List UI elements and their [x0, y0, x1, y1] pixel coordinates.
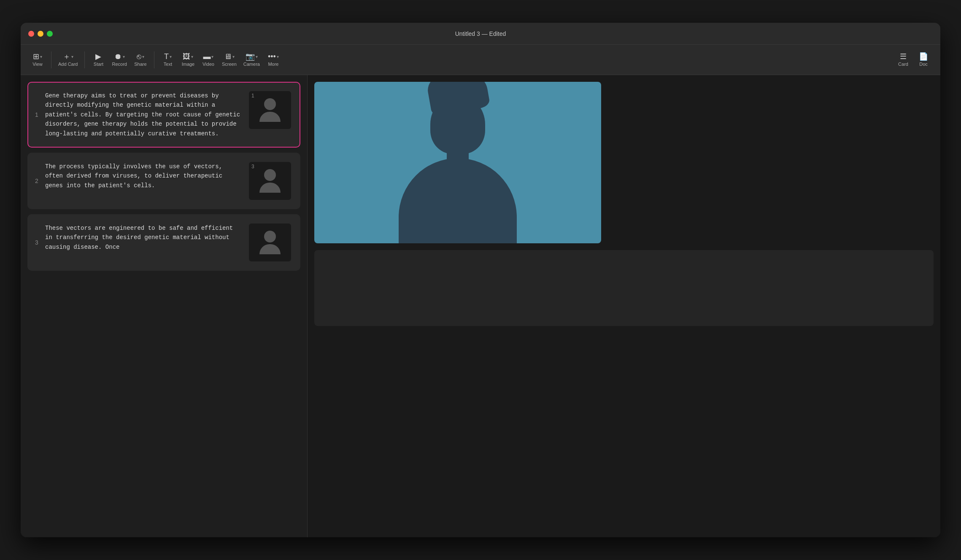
card-avatar-2: 3: [249, 162, 291, 200]
share-button[interactable]: ⎋ ▾ Share: [130, 51, 151, 68]
avatar-head-3: [264, 231, 276, 242]
app-window: Untitled 3 — Edited ⊞ ▾ View ＋ ▾ Add Car…: [21, 23, 940, 537]
view-chevron-icon: ▾: [40, 54, 42, 59]
more-icon: •••: [268, 53, 276, 60]
separator-3: [154, 51, 154, 68]
empty-preview-area: [314, 250, 934, 326]
start-button[interactable]: ▶ Start: [88, 51, 108, 68]
text-label: Text: [164, 62, 172, 67]
card-number-3: 3: [35, 239, 38, 246]
screen-label: Screen: [222, 62, 237, 67]
card-text-1: Gene therapy aims to treat or prevent di…: [45, 91, 242, 138]
text-chevron-icon: ▾: [170, 54, 172, 59]
text-button[interactable]: T ▾ Text: [158, 51, 178, 68]
minimize-button[interactable]: [38, 31, 43, 37]
camera-button[interactable]: 📷 ▾ Camera: [240, 51, 263, 68]
video-chevron-icon: ▾: [211, 54, 213, 59]
avatar-number-1: 1: [251, 93, 254, 99]
avatar-body-2: [259, 183, 281, 193]
add-chevron-icon: ▾: [71, 54, 73, 59]
camera-icon: 📷: [246, 53, 255, 60]
avatar-silhouette-2: [259, 169, 281, 193]
camera-label: Camera: [243, 62, 260, 67]
main-content: 1 Gene therapy aims to treat or prevent …: [21, 75, 940, 537]
avatar-silhouette-3: [259, 231, 281, 254]
preview-silhouette: [386, 82, 529, 243]
separator-1: [51, 51, 51, 68]
start-label: Start: [94, 62, 103, 67]
image-chevron-icon: ▾: [191, 54, 193, 59]
titlebar: Untitled 3 — Edited: [21, 23, 940, 45]
share-icon: ⎋: [137, 53, 141, 60]
play-icon: ▶: [95, 53, 101, 60]
add-card-label: Add Card: [58, 62, 78, 67]
add-icon: ＋: [63, 53, 70, 60]
avatar-body-3: [259, 244, 281, 254]
preview-card[interactable]: [314, 82, 601, 243]
record-icon: ⏺: [114, 53, 122, 60]
maximize-button[interactable]: [47, 31, 53, 37]
view-icon: ⊞: [33, 53, 39, 60]
card-text-2: The process typically involves the use o…: [45, 162, 242, 190]
sil-body: [399, 158, 517, 243]
card-icon: ☰: [900, 53, 907, 60]
card-view-button[interactable]: ☰ Card: [893, 51, 913, 68]
preview-panel: [308, 75, 940, 537]
separator-2: [84, 51, 85, 68]
avatar-head-2: [264, 169, 276, 181]
view-label: View: [32, 62, 43, 67]
share-chevron-icon: ▾: [142, 54, 144, 59]
card-avatar-3: [249, 223, 291, 261]
card-label: Card: [898, 62, 908, 67]
image-label: Image: [182, 62, 195, 67]
share-label: Share: [134, 62, 146, 67]
card-text-3: These vectors are engineered to be safe …: [45, 223, 242, 252]
image-icon: 🖼: [183, 53, 190, 60]
card-item-2[interactable]: 2 The process typically involves the use…: [27, 153, 300, 209]
more-label: More: [268, 62, 278, 67]
doc-icon: 📄: [919, 53, 928, 60]
add-card-button[interactable]: ＋ ▾ Add Card: [55, 51, 81, 68]
text-icon: T: [164, 53, 169, 60]
image-button[interactable]: 🖼 ▾ Image: [178, 51, 198, 68]
avatar-body-1: [259, 112, 281, 122]
card-number-1: 1: [35, 111, 38, 118]
video-button[interactable]: ▬ ▾ Video: [198, 51, 219, 68]
card-item-3[interactable]: 3 These vectors are engineered to be saf…: [27, 214, 300, 271]
traffic-lights: [28, 31, 53, 37]
avatar-number-2: 3: [251, 164, 254, 170]
more-chevron-icon: ▾: [277, 54, 279, 59]
avatar-silhouette-1: [259, 98, 281, 122]
record-chevron-icon: ▾: [123, 54, 125, 59]
close-button[interactable]: [28, 31, 34, 37]
avatar-head-1: [264, 98, 276, 110]
card-avatar-1: 1: [249, 91, 291, 129]
card-item-1[interactable]: 1 Gene therapy aims to treat or prevent …: [27, 82, 300, 148]
camera-chevron-icon: ▾: [256, 54, 258, 59]
view-button[interactable]: ⊞ ▾ View: [27, 51, 48, 68]
record-button[interactable]: ⏺ ▾ Record: [108, 51, 130, 68]
doc-button[interactable]: 📄 Doc: [913, 51, 934, 68]
screen-chevron-icon: ▾: [232, 54, 235, 59]
screen-button[interactable]: 🖥 ▾ Screen: [219, 51, 240, 68]
sil-head: [430, 95, 485, 154]
screen-icon: 🖥: [224, 53, 232, 60]
doc-label: Doc: [919, 62, 928, 67]
more-button[interactable]: ••• ▾ More: [263, 51, 283, 68]
cards-panel[interactable]: 1 Gene therapy aims to treat or prevent …: [21, 75, 308, 537]
record-label: Record: [112, 62, 127, 67]
video-label: Video: [202, 62, 214, 67]
toolbar: ⊞ ▾ View ＋ ▾ Add Card ▶ Start ⏺: [21, 45, 940, 75]
card-number-2: 2: [35, 178, 38, 184]
window-title: Untitled 3 — Edited: [455, 30, 506, 37]
video-icon: ▬: [203, 53, 211, 60]
